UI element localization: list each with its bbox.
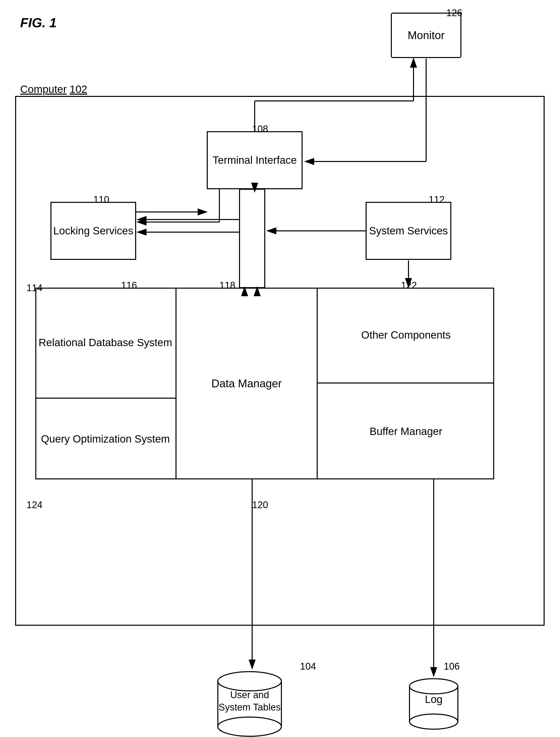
db1-cylinder: User and System Tables: [217, 669, 282, 737]
dm-box: Data Manager: [176, 288, 318, 480]
label-104: 104: [300, 661, 316, 672]
svg-point-2: [218, 717, 281, 736]
terminal-box: Terminal Interface: [207, 131, 303, 189]
label-system-ref: 112: [429, 194, 445, 205]
svg-point-5: [409, 714, 458, 729]
label-120: 120: [252, 500, 268, 511]
svg-point-1: [218, 672, 281, 691]
label-monitor-ref: 126: [446, 8, 462, 18]
bm-box: Buffer Manager: [318, 384, 494, 480]
locking-box: Locking Services: [50, 202, 136, 260]
label-114: 114: [26, 282, 42, 293]
diagram: FIG. 1 Computer 102 Monitor 126 Terminal…: [0, 0, 560, 737]
label-124: 124: [26, 500, 42, 511]
system-box: System Services: [366, 202, 451, 260]
figure-label: FIG. 1: [20, 15, 56, 30]
oc-box: Other Components: [318, 288, 494, 384]
label-terminal-ref: 108: [252, 124, 268, 134]
db2-cylinder: Log: [408, 676, 459, 733]
svg-point-4: [409, 679, 458, 694]
label-122: 122: [401, 280, 417, 291]
qos-box: Query Optimization System: [35, 399, 176, 480]
label-106: 106: [444, 661, 460, 672]
computer-label: Computer 102: [20, 83, 87, 95]
rdb-box: Relational Database System: [35, 288, 176, 399]
label-116: 116: [121, 280, 137, 291]
label-locking-ref: 110: [93, 194, 109, 205]
label-118: 118: [219, 280, 235, 291]
monitor-box: Monitor: [391, 13, 461, 58]
